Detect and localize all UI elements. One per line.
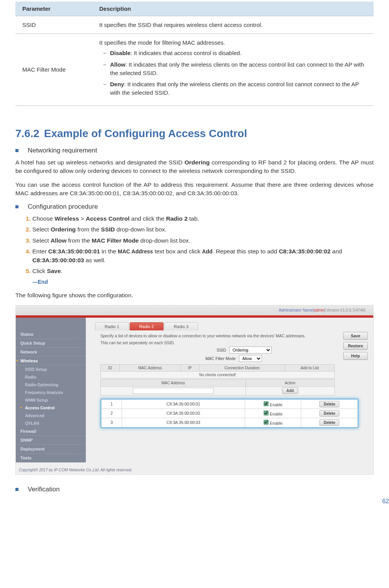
sidebar-item-tools[interactable]: Tools (16, 454, 86, 462)
sidebar-item-frequency-analysis[interactable]: Frequency Analysis (16, 389, 86, 396)
enable-checkbox[interactable] (264, 420, 269, 425)
sidebar-item-wireless[interactable]: Wireless (16, 357, 86, 365)
add-button[interactable]: Add (282, 387, 298, 394)
subhead-procedure: Configuration procedure (15, 203, 374, 211)
action-buttons: Save Restore Help (343, 332, 368, 360)
section-number: 7.6.2 (15, 127, 39, 139)
th-mac-address: MAC Address (101, 379, 246, 386)
th-duration: Connection Duration (199, 364, 285, 371)
step: Click Save. (32, 267, 374, 275)
table-row: 1 C8:3A:35:00:00:01 Enable Delete (102, 399, 358, 409)
copyright-footer: Copyright© 2017 by IP-COM Networks Co.,L… (16, 462, 373, 474)
list-item: Deny: It indicates that only the wireles… (110, 80, 367, 97)
table-row: 3 C8:3A:35:00:00:03 Enable Delete (102, 418, 358, 427)
cell-param: MAC Filter Mode (15, 34, 92, 106)
subhead-verification: Verification (15, 486, 374, 493)
clients-table: ID MAC Address IP Connection Duration Ad… (100, 364, 335, 379)
list-item: Disable: It indicates that access contro… (110, 49, 367, 57)
step: Enter C8:3A:35:00:00:01 in the MAC Addre… (32, 247, 374, 265)
sidebar-item-advanced[interactable]: Advanced (16, 412, 86, 419)
main-panel: Radio 1 Radio 2 Radio 3 Save Restore Hel… (86, 318, 373, 462)
table-row: SSID It specifies the SSID that requires… (15, 16, 374, 34)
th-add-to-list: Add to List (285, 364, 334, 371)
step: Choose Wireless > Access Control and cli… (32, 214, 374, 223)
sidebar-item-radio-optimizing[interactable]: Radio Optimizing (16, 381, 86, 389)
square-bullet-icon (15, 488, 18, 491)
mac-filter-mode-select[interactable]: Allow (239, 355, 262, 362)
th-description: Description (92, 2, 374, 16)
sidebar-item-quick-setup[interactable]: Quick Setup (16, 339, 86, 348)
enable-checkbox[interactable] (264, 410, 269, 415)
sidebar-item-qvlan[interactable]: QVLAN (16, 419, 86, 427)
step: Select Ordering from the SSID drop-down … (32, 225, 374, 234)
panel-description: Specify a list of devices to allow or di… (100, 333, 368, 338)
save-button[interactable]: Save (343, 332, 368, 340)
sidebar-item-ssid-setup[interactable]: SSID Setup (16, 365, 86, 373)
end-marker: ---End (32, 279, 374, 285)
section-title: Example of Configuring Access Control (44, 127, 247, 139)
parameter-table: Parameter Description SSID It specifies … (15, 2, 374, 106)
th-parameter: Parameter (15, 2, 92, 16)
page-number: 62 (382, 498, 389, 505)
tab-radio-2[interactable]: Radio 2 (130, 322, 164, 330)
paragraph: The following figure shows the configura… (15, 291, 374, 300)
cell-desc: It specifies the SSID that requires wire… (92, 16, 374, 34)
tab-radio-1[interactable]: Radio 1 (95, 322, 129, 330)
sidebar-item-firewall[interactable]: Firewall (16, 427, 86, 436)
no-clients-message: No clients connected! (101, 371, 335, 378)
help-button[interactable]: Help (343, 352, 368, 360)
table-row: 2 C8:3A:35:00:00:02 Enable Delete (102, 409, 358, 418)
tab-radio-3[interactable]: Radio 3 (164, 322, 198, 330)
enable-checkbox[interactable] (264, 401, 269, 406)
ssid-label: SSID (188, 348, 226, 352)
cell-param: SSID (15, 16, 92, 34)
desc-intro: It specifies the mode for filtering MAC … (99, 39, 225, 46)
config-screenshot: Administrator Name[admin]Version:V1.0.0.… (15, 305, 374, 475)
mac-list-highlight: 1 C8:3A:35:00:00:01 Enable Delete 2 C8:3… (100, 399, 359, 428)
list-item: Allow: It indicates that only the wirele… (110, 60, 367, 77)
restore-button[interactable]: Restore (343, 342, 368, 350)
paragraph: You can use the access control function … (15, 181, 374, 198)
th-action: Action (245, 379, 334, 386)
delete-button[interactable]: Delete (319, 401, 339, 407)
sidebar-item-wmm-setup[interactable]: WMM Setup (16, 396, 86, 404)
sidebar-item-deployment[interactable]: Deployment (16, 445, 86, 454)
mode-label: MAC Filter Mode (197, 356, 236, 361)
mac-input-cell (101, 386, 246, 395)
radio-tabs: Radio 1 Radio 2 Radio 3 (95, 322, 373, 330)
square-bullet-icon (15, 205, 18, 208)
mac-header-table: MAC Address Action Add (100, 379, 335, 395)
square-bullet-icon (15, 149, 18, 152)
sidebar-item-network[interactable]: Network (16, 348, 86, 357)
th-id: ID (101, 364, 120, 371)
sidebar-item-status[interactable]: Status (16, 330, 86, 339)
delete-button[interactable]: Delete (319, 410, 339, 417)
sidebar-item-snmp[interactable]: SNMP (16, 436, 86, 445)
mac-address-input[interactable] (133, 388, 214, 394)
th-mac: MAC Address (120, 364, 181, 371)
sidebar-item-access-control[interactable]: Access Control (16, 404, 86, 412)
mac-list-table: 1 C8:3A:35:00:00:01 Enable Delete 2 C8:3… (101, 399, 358, 427)
table-row: MAC Filter Mode It specifies the mode fo… (15, 34, 374, 106)
delete-button[interactable]: Delete (319, 419, 339, 426)
ssid-select[interactable]: Ordering (229, 347, 272, 353)
paragraph: A hotel has set up wireless networks and… (15, 158, 374, 175)
subhead-networking: Networking requirement (15, 147, 374, 154)
panel-description: This can be set seperately on each SSID. (100, 340, 368, 345)
th-ip: IP (180, 364, 199, 371)
mode-list: Disable: It indicates that access contro… (99, 49, 367, 97)
ui-header-bar: Administrator Name[admin]Version:V1.0.0.… (16, 305, 373, 315)
cell-desc: It specifies the mode for filtering MAC … (92, 34, 374, 106)
steps-list: Choose Wireless > Access Control and cli… (23, 214, 374, 276)
sidebar: Status Quick Setup Network Wireless SSID… (16, 318, 86, 462)
sidebar-item-radio[interactable]: Radio (16, 373, 86, 381)
step: Select Allow from the MAC Filter Mode dr… (32, 236, 374, 245)
section-heading: 7.6.2Example of Configuring Access Contr… (15, 127, 374, 140)
